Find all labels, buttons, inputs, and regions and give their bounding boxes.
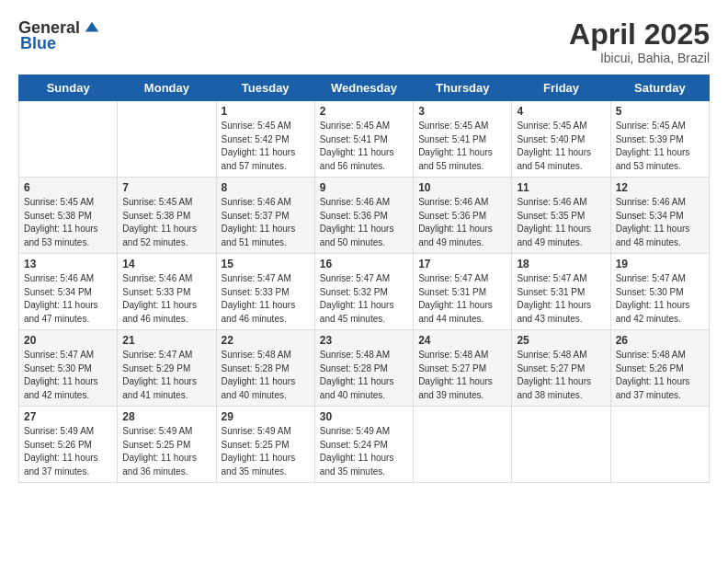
calendar-cell: 10Sunrise: 5:46 AM Sunset: 5:36 PM Dayli… xyxy=(414,178,512,254)
day-number: 12 xyxy=(616,181,704,194)
day-number: 15 xyxy=(222,258,310,270)
day-number: 9 xyxy=(320,181,408,194)
calendar-cell: 18Sunrise: 5:47 AM Sunset: 5:31 PM Dayli… xyxy=(512,254,610,330)
day-info: Sunrise: 5:46 AM Sunset: 5:36 PM Dayligh… xyxy=(418,196,506,249)
day-info: Sunrise: 5:48 AM Sunset: 5:28 PM Dayligh… xyxy=(222,349,310,402)
location: Ibicui, Bahia, Brazil xyxy=(569,51,710,65)
day-info: Sunrise: 5:48 AM Sunset: 5:26 PM Dayligh… xyxy=(616,349,704,402)
day-number: 18 xyxy=(517,258,605,270)
calendar-cell: 23Sunrise: 5:48 AM Sunset: 5:28 PM Dayli… xyxy=(314,330,413,407)
day-number: 16 xyxy=(320,258,408,270)
day-info: Sunrise: 5:48 AM Sunset: 5:28 PM Dayligh… xyxy=(320,349,408,402)
day-number: 1 xyxy=(222,105,310,118)
day-info: Sunrise: 5:45 AM Sunset: 5:41 PM Dayligh… xyxy=(320,120,408,173)
calendar-cell: 3Sunrise: 5:45 AM Sunset: 5:41 PM Daylig… xyxy=(414,101,512,178)
logo: General Blue xyxy=(18,18,100,53)
day-info: Sunrise: 5:46 AM Sunset: 5:33 PM Dayligh… xyxy=(122,272,210,326)
day-number: 8 xyxy=(222,181,310,194)
calendar-cell: 30Sunrise: 5:49 AM Sunset: 5:24 PM Dayli… xyxy=(314,407,413,483)
calendar-cell: 11Sunrise: 5:46 AM Sunset: 5:35 PM Dayli… xyxy=(512,178,610,254)
day-info: Sunrise: 5:49 AM Sunset: 5:26 PM Dayligh… xyxy=(24,425,112,478)
calendar-cell: 15Sunrise: 5:47 AM Sunset: 5:33 PM Dayli… xyxy=(216,254,314,330)
day-info: Sunrise: 5:49 AM Sunset: 5:25 PM Dayligh… xyxy=(122,425,210,478)
day-info: Sunrise: 5:46 AM Sunset: 5:35 PM Dayligh… xyxy=(517,196,605,249)
day-number: 30 xyxy=(320,410,408,423)
calendar-week-row: 13Sunrise: 5:46 AM Sunset: 5:34 PM Dayli… xyxy=(19,254,710,330)
day-info: Sunrise: 5:46 AM Sunset: 5:37 PM Dayligh… xyxy=(222,196,310,249)
day-info: Sunrise: 5:47 AM Sunset: 5:31 PM Dayligh… xyxy=(517,272,605,326)
day-number: 17 xyxy=(418,258,506,270)
calendar-cell: 16Sunrise: 5:47 AM Sunset: 5:32 PM Dayli… xyxy=(314,254,413,330)
day-info: Sunrise: 5:48 AM Sunset: 5:27 PM Dayligh… xyxy=(517,349,605,402)
calendar-cell: 12Sunrise: 5:46 AM Sunset: 5:34 PM Dayli… xyxy=(610,178,709,254)
calendar-week-row: 20Sunrise: 5:47 AM Sunset: 5:30 PM Dayli… xyxy=(19,330,710,407)
day-info: Sunrise: 5:46 AM Sunset: 5:36 PM Dayligh… xyxy=(320,196,408,249)
day-of-week-header: Tuesday xyxy=(216,75,314,101)
day-of-week-header: Friday xyxy=(512,75,610,101)
calendar-table: SundayMondayTuesdayWednesdayThursdayFrid… xyxy=(18,75,710,483)
day-of-week-header: Monday xyxy=(118,75,216,101)
day-number: 2 xyxy=(320,105,408,118)
calendar-cell xyxy=(512,407,610,483)
calendar-header-row: SundayMondayTuesdayWednesdayThursdayFrid… xyxy=(19,75,710,101)
calendar-cell: 25Sunrise: 5:48 AM Sunset: 5:27 PM Dayli… xyxy=(512,330,610,407)
day-of-week-header: Thursday xyxy=(414,75,512,101)
day-info: Sunrise: 5:47 AM Sunset: 5:29 PM Dayligh… xyxy=(122,349,210,402)
calendar-cell xyxy=(19,101,118,178)
day-number: 13 xyxy=(24,258,112,270)
day-number: 19 xyxy=(616,258,704,270)
calendar-cell: 7Sunrise: 5:45 AM Sunset: 5:38 PM Daylig… xyxy=(118,178,216,254)
day-info: Sunrise: 5:47 AM Sunset: 5:30 PM Dayligh… xyxy=(24,349,112,402)
day-info: Sunrise: 5:47 AM Sunset: 5:32 PM Dayligh… xyxy=(320,272,408,326)
day-info: Sunrise: 5:47 AM Sunset: 5:30 PM Dayligh… xyxy=(616,272,704,326)
day-number: 21 xyxy=(122,334,210,347)
calendar-cell: 21Sunrise: 5:47 AM Sunset: 5:29 PM Dayli… xyxy=(118,330,216,407)
calendar-cell: 9Sunrise: 5:46 AM Sunset: 5:36 PM Daylig… xyxy=(314,178,413,254)
day-info: Sunrise: 5:45 AM Sunset: 5:38 PM Dayligh… xyxy=(122,196,210,249)
day-number: 14 xyxy=(122,258,210,270)
title-section: April 2025 Ibicui, Bahia, Brazil xyxy=(569,18,710,65)
day-number: 27 xyxy=(24,410,112,423)
day-info: Sunrise: 5:48 AM Sunset: 5:27 PM Dayligh… xyxy=(418,349,506,402)
day-number: 28 xyxy=(122,410,210,423)
calendar-cell: 22Sunrise: 5:48 AM Sunset: 5:28 PM Dayli… xyxy=(216,330,314,407)
calendar-cell: 26Sunrise: 5:48 AM Sunset: 5:26 PM Dayli… xyxy=(610,330,709,407)
day-number: 22 xyxy=(222,334,310,347)
calendar-cell: 14Sunrise: 5:46 AM Sunset: 5:33 PM Dayli… xyxy=(118,254,216,330)
calendar-cell: 27Sunrise: 5:49 AM Sunset: 5:26 PM Dayli… xyxy=(19,407,118,483)
calendar-cell: 8Sunrise: 5:46 AM Sunset: 5:37 PM Daylig… xyxy=(216,178,314,254)
calendar-cell: 28Sunrise: 5:49 AM Sunset: 5:25 PM Dayli… xyxy=(118,407,216,483)
month-title: April 2025 xyxy=(569,18,710,51)
day-info: Sunrise: 5:49 AM Sunset: 5:24 PM Dayligh… xyxy=(320,425,408,478)
day-info: Sunrise: 5:45 AM Sunset: 5:39 PM Dayligh… xyxy=(616,120,704,173)
calendar-cell xyxy=(118,101,216,178)
logo-icon xyxy=(84,20,100,37)
calendar-cell: 13Sunrise: 5:46 AM Sunset: 5:34 PM Dayli… xyxy=(19,254,118,330)
day-of-week-header: Sunday xyxy=(19,75,118,101)
logo-blue-text: Blue xyxy=(20,34,56,53)
day-number: 10 xyxy=(418,181,506,194)
calendar-week-row: 6Sunrise: 5:45 AM Sunset: 5:38 PM Daylig… xyxy=(19,178,710,254)
day-number: 5 xyxy=(616,105,704,118)
day-number: 24 xyxy=(418,334,506,347)
calendar-cell: 20Sunrise: 5:47 AM Sunset: 5:30 PM Dayli… xyxy=(19,330,118,407)
day-number: 23 xyxy=(320,334,408,347)
day-number: 25 xyxy=(517,334,605,347)
day-number: 7 xyxy=(122,181,210,194)
day-info: Sunrise: 5:46 AM Sunset: 5:34 PM Dayligh… xyxy=(24,272,112,326)
svg-marker-0 xyxy=(85,21,98,31)
calendar-cell xyxy=(414,407,512,483)
calendar-week-row: 27Sunrise: 5:49 AM Sunset: 5:26 PM Dayli… xyxy=(19,407,710,483)
day-of-week-header: Saturday xyxy=(610,75,709,101)
day-info: Sunrise: 5:45 AM Sunset: 5:40 PM Dayligh… xyxy=(517,120,605,173)
calendar-cell: 1Sunrise: 5:45 AM Sunset: 5:42 PM Daylig… xyxy=(216,101,314,178)
day-info: Sunrise: 5:45 AM Sunset: 5:38 PM Dayligh… xyxy=(24,196,112,249)
day-number: 26 xyxy=(616,334,704,347)
calendar-cell: 24Sunrise: 5:48 AM Sunset: 5:27 PM Dayli… xyxy=(414,330,512,407)
calendar-cell: 4Sunrise: 5:45 AM Sunset: 5:40 PM Daylig… xyxy=(512,101,610,178)
day-info: Sunrise: 5:45 AM Sunset: 5:41 PM Dayligh… xyxy=(418,120,506,173)
day-number: 20 xyxy=(24,334,112,347)
day-number: 11 xyxy=(517,181,605,194)
day-info: Sunrise: 5:46 AM Sunset: 5:34 PM Dayligh… xyxy=(616,196,704,249)
day-info: Sunrise: 5:47 AM Sunset: 5:33 PM Dayligh… xyxy=(222,272,310,326)
